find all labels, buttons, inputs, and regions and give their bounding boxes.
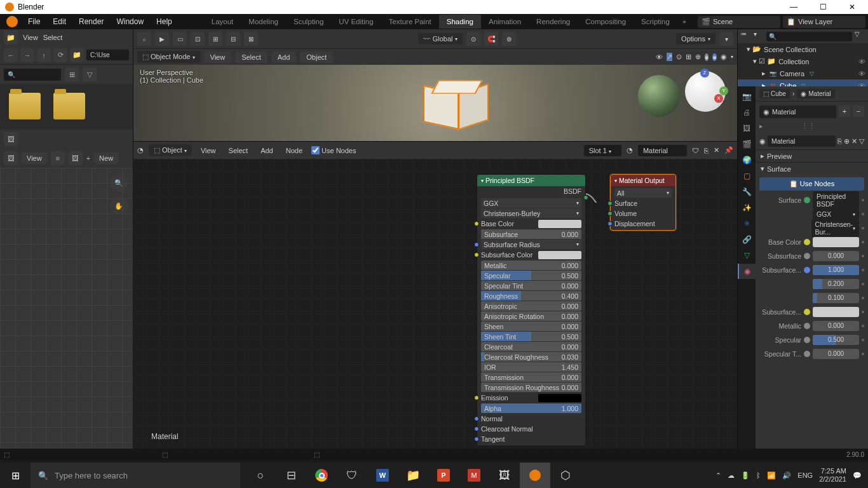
material-slot-selector[interactable]: Slot 1 ▾ <box>584 145 621 156</box>
prop-tab-texture[interactable] <box>738 280 756 295</box>
prop-tab-render[interactable]: 📷 <box>738 89 756 104</box>
material-property-row[interactable]: Subsurface0.000 <box>756 249 868 263</box>
use-nodes-checkbox[interactable]: Use Nodes <box>311 146 356 154</box>
bsdf-input-row[interactable]: Specular Tint0.000 <box>481 281 581 290</box>
transform-orientation[interactable]: 〰 Global ▾ <box>418 33 463 44</box>
image-browse-icon[interactable]: 🖼 <box>4 151 18 165</box>
viewport-options[interactable]: Options ▾ <box>676 33 715 44</box>
cortana-icon[interactable]: ○ <box>245 463 276 488</box>
select-mode-icon[interactable]: ⊞ <box>208 32 222 46</box>
bsdf-input-row[interactable]: Metallic0.000 <box>481 261 581 270</box>
bsdf-input-row[interactable]: Specular0.500 <box>481 271 581 280</box>
menu-window[interactable]: Window <box>110 15 150 29</box>
pin-icon[interactable]: 📌 <box>724 146 733 154</box>
image-new-icon[interactable]: 🖼 <box>69 151 83 165</box>
subsurface-method-selector[interactable]: Christensen-Bur...▾ <box>811 219 860 237</box>
workspace-tab-sculpting[interactable]: Sculpting <box>286 15 331 29</box>
more-icon[interactable]: ▾ <box>719 32 733 46</box>
unlink-mat-icon[interactable]: ✕ <box>851 137 857 146</box>
browse-material-icon[interactable]: ◉ <box>759 137 766 146</box>
close-button[interactable]: ✕ <box>837 0 867 14</box>
material-property-row[interactable]: Subsurface...1.000 <box>756 263 868 277</box>
bsdf-input-row[interactable]: Anisotropic Rotation0.000 <box>481 311 581 321</box>
breadcrumb-material[interactable]: ◉ Material <box>797 89 835 98</box>
workspace-tab-rendering[interactable]: Rendering <box>529 15 578 29</box>
task-view-icon[interactable]: ⊟ <box>276 463 306 488</box>
editor-type-shader-icon[interactable]: ◔ <box>137 146 144 154</box>
material-name-input[interactable]: Material <box>638 145 687 156</box>
cube-mesh[interactable] <box>423 79 480 130</box>
maximize-button[interactable]: ☐ <box>808 0 837 14</box>
fb-menu-select[interactable]: Select <box>43 34 63 41</box>
prop-tab-material[interactable]: ◉ <box>738 264 756 279</box>
bsdf-input-row[interactable]: Transmission Roughness0.000 <box>481 383 581 392</box>
menu-file[interactable]: File <box>22 15 46 29</box>
image-editor-canvas[interactable]: 🔍 ✋ <box>0 168 133 449</box>
principled-bsdf-node[interactable]: ▾Principled BSDF BSDF GGX▾Christensen-Bu… <box>477 174 586 446</box>
new-mat-icon[interactable]: ⊕ <box>844 137 850 146</box>
expand-icon[interactable]: ▸ <box>759 122 763 130</box>
image-scopes-icon[interactable]: ≡ <box>51 151 65 165</box>
bsdf-input-row[interactable]: Emission <box>477 393 585 403</box>
pivot-icon[interactable]: ⊙ <box>466 32 480 46</box>
chrome-icon[interactable] <box>306 463 337 488</box>
workspace-tab-compositing[interactable]: Compositing <box>578 15 634 29</box>
blender-icon[interactable] <box>6 16 18 27</box>
ne-add-menu[interactable]: Add <box>257 145 277 156</box>
workspace-tab-scripting[interactable]: Scripting <box>634 15 677 29</box>
output-input-socket[interactable]: Surface <box>611 198 675 208</box>
bsdf-input-row[interactable]: Subsurface Color <box>477 250 585 260</box>
cursor-tool-icon[interactable]: ▶ <box>155 32 169 46</box>
prop-tab-output[interactable]: 🖨 <box>738 105 756 120</box>
powerpoint-icon[interactable]: P <box>428 463 459 488</box>
outliner-search[interactable] <box>766 32 852 41</box>
vp-view-menu[interactable]: View <box>204 51 232 63</box>
path-input[interactable]: C:\Use <box>86 50 129 60</box>
material-name-field[interactable]: Material <box>768 135 836 147</box>
tray-expand-icon[interactable]: ⌃ <box>715 471 721 480</box>
prop-tab-object[interactable]: ▢ <box>738 168 756 184</box>
menu-dot-icon[interactable] <box>862 199 864 201</box>
menu-render[interactable]: Render <box>72 15 110 29</box>
select-mode-icon[interactable]: ⊟ <box>226 32 240 46</box>
bsdf-input-row[interactable]: Sheen0.000 <box>481 322 581 331</box>
material-output-node[interactable]: ▾Material Output All▾ SurfaceVolumeDispl… <box>610 174 676 231</box>
bsdf-input-row[interactable]: Clearcoat0.000 <box>481 342 581 351</box>
material-property-row[interactable]: Metallic0.000 <box>756 319 868 333</box>
prop-tab-particles[interactable]: ✨ <box>738 200 756 215</box>
bsdf-input-row[interactable]: Subsurface0.000 <box>481 229 581 239</box>
display-options-icon[interactable]: ⊞ <box>65 67 79 81</box>
editor-type-outliner-icon[interactable]: ≔ <box>740 30 751 42</box>
shader-type-selector[interactable]: ⬚ Object ▾ <box>149 144 192 156</box>
select-mode-icon[interactable]: ⊡ <box>191 32 205 46</box>
volume-icon[interactable]: 🔊 <box>782 471 791 480</box>
prop-tab-world[interactable]: 🌍 <box>738 152 756 168</box>
material-property-row[interactable]: Specular0.500 <box>756 333 868 347</box>
unlink-material-icon[interactable]: ✕ <box>714 146 719 154</box>
corner-widget-icon[interactable]: ⬚ <box>314 451 320 458</box>
bsdf-output-socket[interactable]: BSDF <box>477 186 585 196</box>
taskbar-clock[interactable]: 7:25 AM 2/2/2021 <box>819 467 846 484</box>
outliner-item-camera[interactable]: ▸ 📷 Camera ▽👁 <box>738 67 868 79</box>
output-input-socket[interactable]: Volume <box>611 208 675 219</box>
language-indicator[interactable]: ENG <box>797 471 813 479</box>
bsdf-input-row[interactable]: Transmission0.000 <box>481 372 581 382</box>
photos-icon[interactable]: 🖼 <box>489 463 520 488</box>
material-property-row[interactable]: 0.200 <box>756 277 868 291</box>
use-nodes-button[interactable]: 📋 Use Nodes <box>759 177 864 191</box>
battery-icon[interactable]: 🔋 <box>741 471 750 480</box>
start-button[interactable]: ⊞ <box>0 463 31 488</box>
image-view-menu[interactable]: View <box>22 152 47 164</box>
node-header[interactable]: ▾Material Output <box>611 175 675 186</box>
corner-widget-icon[interactable]: ⬚ <box>162 451 168 458</box>
bsdf-input-row[interactable]: Anisotropic0.000 <box>481 301 581 311</box>
add-material-slot-button[interactable]: + <box>839 105 850 117</box>
fb-search-input[interactable] <box>4 69 61 81</box>
node-editor-canvas[interactable]: ▾Principled BSDF BSDF GGX▾Christensen-Bu… <box>133 159 737 449</box>
visibility-icon[interactable]: 👁 <box>656 53 663 61</box>
editor-type-3dview-icon[interactable]: ⬦ <box>137 32 151 46</box>
workspace-tab-animation[interactable]: Animation <box>481 15 529 29</box>
workspace-tab-layout[interactable]: Layout <box>204 15 241 29</box>
scene-selector[interactable]: 🎬 <box>698 16 780 28</box>
corner-widget-icon[interactable]: ⬚ <box>4 451 10 458</box>
